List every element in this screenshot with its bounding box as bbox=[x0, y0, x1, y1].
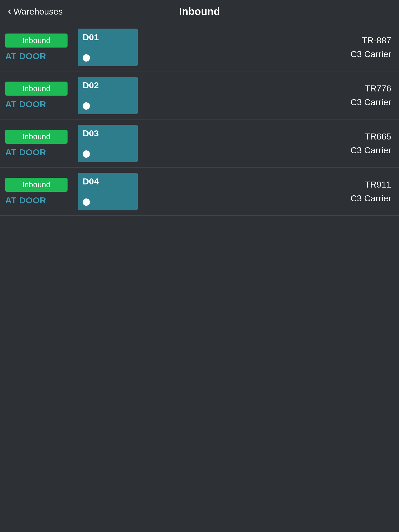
door-box: D03 bbox=[78, 125, 138, 162]
door-row[interactable]: Inbound AT DOOR D01 TR-887 C3 Carrier bbox=[0, 23, 399, 71]
door-box: D04 bbox=[78, 173, 138, 210]
inbound-badge: Inbound bbox=[5, 130, 68, 144]
right-section: TR776 C3 Carrier bbox=[138, 83, 391, 107]
page-title: Inbound bbox=[179, 6, 220, 17]
nav-bar: ‹ Warehouses Inbound bbox=[0, 0, 399, 23]
at-door-label: AT DOOR bbox=[5, 51, 75, 61]
carrier-label: C3 Carrier bbox=[350, 193, 391, 203]
back-label: Warehouses bbox=[14, 6, 63, 17]
at-door-label: AT DOOR bbox=[5, 99, 75, 109]
left-section: Inbound AT DOOR bbox=[0, 172, 75, 211]
tr-number: TR911 bbox=[365, 179, 391, 190]
door-dot-indicator bbox=[83, 54, 90, 62]
door-row[interactable]: Inbound AT DOOR D03 TR665 C3 Carrier bbox=[0, 119, 399, 168]
left-section: Inbound AT DOOR bbox=[0, 124, 75, 163]
door-row[interactable]: Inbound AT DOOR D04 TR911 C3 Carrier bbox=[0, 168, 399, 216]
back-chevron-icon: ‹ bbox=[8, 6, 11, 17]
carrier-label: C3 Carrier bbox=[350, 97, 391, 107]
carrier-label: C3 Carrier bbox=[350, 145, 391, 155]
at-door-label: AT DOOR bbox=[5, 147, 75, 157]
door-row[interactable]: Inbound AT DOOR D02 TR776 C3 Carrier bbox=[0, 71, 399, 119]
left-section: Inbound AT DOOR bbox=[0, 76, 75, 115]
right-section: TR665 C3 Carrier bbox=[138, 131, 391, 155]
at-door-label: AT DOOR bbox=[5, 195, 75, 205]
right-section: TR911 C3 Carrier bbox=[138, 179, 391, 203]
right-section: TR-887 C3 Carrier bbox=[138, 35, 391, 59]
inbound-badge: Inbound bbox=[5, 34, 68, 48]
tr-number: TR776 bbox=[365, 83, 391, 94]
tr-number: TR-887 bbox=[362, 35, 391, 45]
door-number: D03 bbox=[83, 128, 133, 138]
door-dot-indicator bbox=[83, 102, 90, 110]
left-section: Inbound AT DOOR bbox=[0, 28, 75, 66]
door-box: D01 bbox=[78, 29, 138, 66]
door-number: D04 bbox=[83, 176, 133, 187]
inbound-badge: Inbound bbox=[5, 82, 68, 96]
tr-number: TR665 bbox=[365, 131, 391, 142]
carrier-label: C3 Carrier bbox=[350, 49, 391, 59]
door-number: D01 bbox=[83, 32, 133, 42]
back-button[interactable]: ‹ Warehouses bbox=[8, 6, 63, 17]
door-dot-indicator bbox=[83, 198, 90, 206]
inbound-badge: Inbound bbox=[5, 178, 68, 192]
door-list: Inbound AT DOOR D01 TR-887 C3 Carrier In… bbox=[0, 23, 399, 216]
door-dot-indicator bbox=[83, 150, 90, 158]
door-box: D02 bbox=[78, 77, 138, 114]
door-number: D02 bbox=[83, 80, 133, 90]
